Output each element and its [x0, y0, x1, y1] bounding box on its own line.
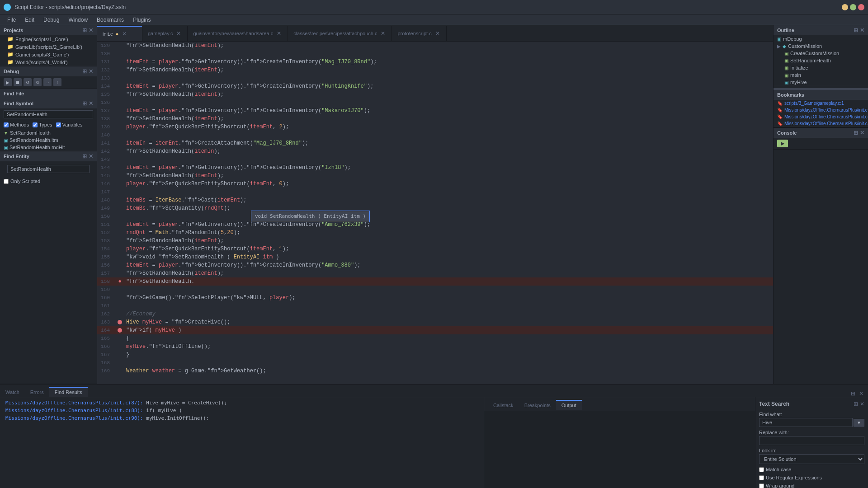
tab-handsarea-close[interactable]: ✕ — [276, 30, 282, 37]
find-results-options-icon[interactable]: ⊞ — [850, 390, 856, 397]
find-what-dropdown-btn[interactable]: ▼ — [854, 419, 864, 427]
tab-handsarea[interactable]: gui\inventorynew\areas\handsarea.c ✕ — [188, 26, 288, 41]
debug-play-button[interactable]: ▶ — [4, 78, 12, 86]
tab-attachpouch-close[interactable]: ✕ — [380, 30, 386, 37]
tab-init[interactable]: init.c ● ✕ — [97, 26, 142, 41]
menu-edit[interactable]: Edit — [21, 16, 38, 24]
code-line-159: 159 — [97, 286, 773, 294]
debug-step-out-button[interactable]: ↑ — [53, 78, 61, 86]
methods-checkbox[interactable] — [4, 122, 9, 127]
outline-createcustommission[interactable]: ▣ CreateCustomMission — [774, 50, 868, 57]
find-entity-options-icon[interactable]: ⊞ — [82, 153, 87, 160]
menu-file[interactable]: File — [4, 16, 19, 24]
project-gamelib-label: GameLib('scripts/2_GameLib') — [15, 44, 82, 50]
line-gutter — [115, 99, 124, 107]
debug-step-over-button[interactable]: ↻ — [33, 78, 42, 86]
use-regex-checkbox[interactable] — [759, 475, 764, 480]
console-close-icon[interactable]: ✕ — [860, 130, 864, 136]
find-entity-close-icon[interactable]: ✕ — [89, 153, 93, 160]
code-line-141: 141 itemIn = itemEnt."fn">CreateAttachme… — [97, 139, 773, 147]
menu-bar: File Edit Debug Window Bookmarks Plugins — [0, 14, 868, 25]
line-number: 136 — [97, 99, 115, 107]
look-in-select[interactable]: Entire Solution Current Document — [759, 454, 864, 464]
tab-breakpoints[interactable]: Breakpoints — [519, 400, 556, 410]
bookmark-gameplay[interactable]: 🔖 scripts/3_Game/gameplay.c:1 — [774, 100, 868, 107]
menu-debug[interactable]: Debug — [40, 16, 63, 24]
find-entity-input[interactable] — [7, 165, 90, 173]
tab-watch[interactable]: Watch — [0, 387, 25, 397]
find-result-1[interactable]: Missions/dayzOffline.ChernarusPlus/init.… — [4, 399, 480, 407]
wrap-around-checkbox[interactable] — [759, 483, 764, 488]
outline-mdebug[interactable]: ▣ mDebug — [774, 35, 868, 42]
debug-step-into-button[interactable]: → — [43, 78, 52, 86]
console-options-icon[interactable]: ⊞ — [854, 130, 858, 136]
outline-close-icon[interactable]: ✕ — [860, 27, 864, 33]
tab-enscript[interactable]: proto\enscript.c ✕ — [392, 26, 446, 41]
find-result-2[interactable]: Missions/dayzOffline.ChernarusPlus/init.… — [4, 407, 480, 414]
maximize-button[interactable] — [850, 4, 856, 10]
window-title: Script Editor - scripts/editor/projects/… — [14, 4, 838, 10]
tab-errors[interactable]: Errors — [25, 387, 49, 397]
menu-plugins[interactable]: Plugins — [129, 16, 154, 24]
bookmark-init2[interactable]: 🔖 Missions/dayzOffline.ChernarusPlus/ini… — [774, 113, 868, 120]
types-checkbox[interactable] — [33, 122, 38, 127]
outline-initialize[interactable]: ▣ Initialize — [774, 64, 868, 71]
find-what-input[interactable] — [759, 418, 853, 427]
tab-find-results[interactable]: Find Results — [49, 387, 88, 397]
projects-options-icon[interactable]: ⊞ — [82, 27, 87, 33]
debug-stop-button[interactable]: ⏹ — [14, 78, 22, 86]
outline-myhive[interactable]: ▣ myHive — [774, 79, 868, 86]
bookmark-init1[interactable]: 🔖 Missions/dayzOffline.ChernarusPlus/ini… — [774, 107, 868, 113]
outline-custommission[interactable]: ▶ ◆ CustomMission — [774, 42, 868, 50]
replace-with-input[interactable] — [759, 436, 864, 445]
tab-callstack[interactable]: Callstack — [488, 400, 519, 410]
projects-close-icon[interactable]: ✕ — [89, 27, 93, 33]
outline-scrollbar[interactable] — [774, 86, 868, 90]
text-search-options-icon[interactable]: ⊞ — [854, 401, 858, 407]
code-editor[interactable]: 129 "fn">SetRandomHealth(itemEnt);130 13… — [97, 42, 773, 384]
project-world[interactable]: 📁 World('scripts/4_World') — [0, 58, 97, 66]
symbol-setrandomhealth-itm[interactable]: ▣ SetRandomHealth.itm — [0, 136, 97, 144]
menu-window[interactable]: Window — [65, 16, 91, 24]
variables-checkbox[interactable] — [56, 122, 61, 127]
line-content: "kw">if( myHive ) — [124, 326, 773, 334]
tab-output[interactable]: Output — [556, 400, 582, 410]
match-case-checkbox[interactable] — [759, 467, 764, 472]
tab-gameplay[interactable]: gameplay.c ✕ — [142, 26, 188, 41]
bottom-content: Missions/dayzOffline.ChernarusPlus/init.… — [0, 397, 868, 488]
project-engine[interactable]: 📁 Engine('scripts/1_Core') — [0, 35, 97, 43]
line-content: "fn">SetRandomHealth(itemIn); — [124, 147, 773, 155]
outline-setrandomhealth[interactable]: ▣ SetRandomHealth — [774, 57, 868, 64]
debug-restart-button[interactable]: ↺ — [24, 78, 32, 86]
close-button[interactable] — [858, 4, 864, 10]
debug-close-icon[interactable]: ✕ — [89, 68, 93, 75]
tab-attachpouch[interactable]: classes\recipes\recipes\attachpouch.c ✕ — [288, 26, 392, 41]
minimize-button[interactable] — [842, 4, 848, 10]
tab-init-close[interactable]: ✕ — [121, 31, 127, 37]
find-symbol-options-icon[interactable]: ⊞ — [82, 100, 87, 107]
methods-checkbox-label[interactable]: Methods — [4, 122, 29, 127]
symbol-setrandomhealth[interactable]: ▼ SetRandomHealth — [0, 129, 97, 136]
outline-myhive-label: myHive — [790, 80, 807, 85]
only-scripted-checkbox[interactable] — [4, 179, 9, 184]
find-result-3[interactable]: Missions/dayzOffline.ChernarusPlus/init.… — [4, 414, 480, 422]
find-results-close-icon[interactable]: ✕ — [858, 390, 864, 397]
project-game[interactable]: 📁 Game('scripts/3_Game') — [0, 51, 97, 58]
types-checkbox-label[interactable]: Types — [33, 122, 52, 127]
symbol-setrandomhealth-rndhlt[interactable]: ▣ SetRandomHealth.rndHlt — [0, 144, 97, 151]
outline-main[interactable]: ▣ main — [774, 71, 868, 79]
find-symbol-close-icon[interactable]: ✕ — [89, 100, 93, 107]
outline-options-icon[interactable]: ⊞ — [854, 27, 858, 33]
line-gutter — [115, 318, 124, 326]
project-gamelib[interactable]: 📁 GameLib('scripts/2_GameLib') — [0, 43, 97, 51]
tab-bar: init.c ● ✕ gameplay.c ✕ gui\inventorynew… — [97, 25, 773, 42]
tab-enscript-close[interactable]: ✕ — [434, 30, 441, 37]
tab-gameplay-close[interactable]: ✕ — [175, 30, 182, 37]
bookmark-init3[interactable]: 🔖 Missions/dayzOffline.ChernarusPlus/ini… — [774, 120, 868, 127]
text-search-close-icon[interactable]: ✕ — [860, 401, 864, 407]
console-run-button[interactable]: ▶ — [777, 140, 788, 147]
menu-bookmarks[interactable]: Bookmarks — [93, 16, 127, 24]
variables-checkbox-label[interactable]: Variables — [56, 122, 83, 127]
find-symbol-input[interactable] — [4, 110, 93, 118]
debug-options-icon[interactable]: ⊞ — [82, 68, 87, 75]
